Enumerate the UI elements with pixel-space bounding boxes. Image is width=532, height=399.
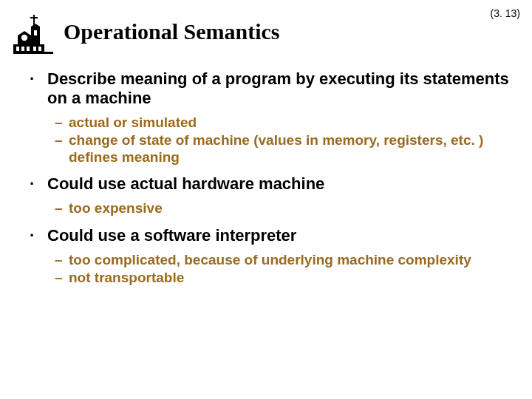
bullet-marker-icon: · — [30, 226, 40, 245]
bullet-marker-icon: · — [30, 174, 40, 194]
bullet-marker-icon: · — [30, 69, 40, 89]
svg-rect-13 — [34, 30, 37, 35]
church-logo-icon — [13, 10, 53, 55]
svg-rect-7 — [13, 52, 53, 54]
bullet-text: too complicated, because of underlying m… — [69, 251, 471, 268]
svg-rect-12 — [38, 47, 41, 51]
bullet-level2: – actual or simulated — [55, 114, 510, 131]
svg-point-5 — [21, 35, 27, 41]
bullet-text: Could use actual hardware machine — [47, 174, 324, 194]
dash-marker-icon: – — [55, 200, 64, 216]
bullet-level1: · Could use actual hardware machine — [30, 174, 510, 194]
slide-number: (3. 13) — [491, 7, 520, 19]
svg-rect-3 — [30, 17, 38, 18]
svg-rect-9 — [21, 47, 24, 51]
bullet-level2: – too expensive — [55, 200, 510, 216]
dash-marker-icon: – — [55, 132, 64, 149]
bullet-text: change of state of machine (values in me… — [69, 132, 510, 166]
svg-rect-11 — [33, 47, 36, 51]
dash-marker-icon: – — [55, 114, 64, 131]
svg-rect-2 — [33, 15, 35, 25]
bullet-text: Could use a software interpreter — [47, 226, 296, 245]
dash-marker-icon: – — [55, 269, 64, 286]
svg-rect-8 — [16, 47, 19, 51]
slide: (3. 13) Operational Semantics · Describe… — [0, 0, 532, 399]
dash-marker-icon: – — [55, 251, 64, 268]
bullet-level1: · Describe meaning of a program by execu… — [30, 69, 510, 108]
slide-title: Operational Semantics — [64, 19, 280, 44]
bullet-text: too expensive — [69, 200, 163, 216]
bullet-level2: – change of state of machine (values in … — [55, 132, 510, 166]
bullet-text: not transportable — [69, 269, 184, 286]
bullet-text: actual or simulated — [69, 114, 197, 131]
svg-rect-10 — [27, 47, 30, 51]
bullet-level2: – not transportable — [55, 269, 510, 286]
bullet-level2: – too complicated, because of underlying… — [55, 251, 510, 268]
bullet-level1: · Could use a software interpreter — [30, 226, 510, 245]
bullet-text: Describe meaning of a program by executi… — [47, 69, 510, 108]
slide-content: · Describe meaning of a program by execu… — [30, 69, 510, 295]
